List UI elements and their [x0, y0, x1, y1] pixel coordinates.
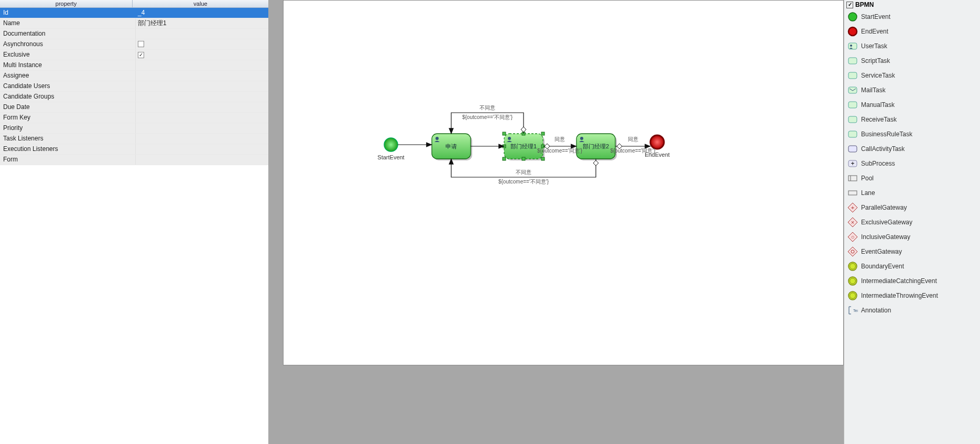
property-value[interactable]: 部门经理1	[136, 18, 268, 28]
property-value[interactable]: _4	[136, 8, 268, 18]
property-value[interactable]	[136, 39, 268, 49]
palette-item[interactable]: ×ExclusiveGateway	[844, 215, 980, 230]
palette-item-label: Lane	[861, 189, 875, 197]
col-property: property	[0, 0, 133, 7]
property-value[interactable]	[136, 144, 268, 154]
diagram-paper[interactable]: StartEventEndEvent申请部门经理1部门经理2同意${outcom…	[283, 0, 844, 365]
inclusive-gateway-icon: ○	[847, 232, 858, 242]
checkbox[interactable]: ✓	[138, 52, 144, 58]
svg-rect-13	[848, 146, 857, 152]
palette-item-label: IntermediateThrowingEvent	[861, 292, 938, 299]
palette-checkbox[interactable]: ✓	[846, 2, 853, 8]
palette-item[interactable]: ○InclusiveGateway	[844, 230, 980, 244]
property-value[interactable]	[136, 102, 268, 112]
svg-text:Text: Text	[853, 309, 858, 312]
property-value[interactable]	[136, 92, 268, 102]
palette-item-label: EndEvent	[861, 28, 888, 35]
selection-handle[interactable]	[503, 132, 506, 135]
property-row[interactable]: Execution Listeners	[0, 144, 268, 155]
palette-item[interactable]: Lane	[844, 186, 980, 200]
property-value[interactable]	[136, 113, 268, 123]
property-value[interactable]	[136, 81, 268, 91]
lane-icon	[847, 188, 858, 198]
script-task-icon	[847, 56, 858, 66]
condition-diamond-icon	[593, 160, 598, 166]
property-row[interactable]: Task Listeners	[0, 134, 268, 144]
selection-handle[interactable]	[522, 157, 525, 160]
user-task-icon	[847, 41, 858, 51]
palette-item[interactable]: ManualTask	[844, 98, 980, 112]
property-row[interactable]: Form Key	[0, 113, 268, 123]
property-row[interactable]: Asynchronous	[0, 39, 268, 50]
palette-item[interactable]: CallActivityTask	[844, 142, 980, 156]
palette-item[interactable]: UserTask	[844, 39, 980, 53]
property-row[interactable]: Due Date	[0, 102, 268, 113]
palette-item-label: EventGateway	[861, 248, 902, 255]
flow-condition: ${outcome=='同意'}	[610, 148, 656, 154]
property-key: Due Date	[0, 102, 136, 112]
property-row[interactable]: Candidate Groups	[0, 92, 268, 102]
property-key: Execution Listeners	[0, 144, 136, 154]
checkbox[interactable]	[138, 41, 144, 47]
palette-item[interactable]: StartEvent	[844, 9, 980, 24]
selection-handle[interactable]	[541, 132, 545, 135]
svg-point-6	[850, 45, 852, 47]
property-key: Multi Instance	[0, 60, 136, 70]
property-row[interactable]: Exclusive✓	[0, 50, 268, 60]
diagram-canvas-area: StartEventEndEvent申请部门经理1部门经理2同意${outcom…	[268, 0, 844, 444]
palette-item[interactable]: TextAnnotation	[844, 303, 980, 318]
property-value[interactable]	[136, 155, 268, 165]
palette-item[interactable]: EventGateway	[844, 244, 980, 259]
start-event-node[interactable]	[384, 138, 398, 151]
palette-item[interactable]: ScriptTask	[844, 53, 980, 68]
property-key: Candidate Groups	[0, 92, 136, 102]
selection-handle[interactable]	[503, 157, 506, 160]
palette-item-label: InclusiveGateway	[861, 233, 910, 241]
palette-item[interactable]: +SubProcess	[844, 156, 980, 171]
svg-text:+: +	[851, 160, 854, 167]
property-row[interactable]: Assignee	[0, 71, 268, 81]
palette-item[interactable]: BoundaryEvent	[844, 259, 980, 274]
palette-header[interactable]: ✓ BPMN	[844, 0, 980, 9]
property-value[interactable]	[136, 29, 268, 39]
palette-item[interactable]: +ParallelGateway	[844, 200, 980, 215]
property-key: Assignee	[0, 71, 136, 81]
palette-item[interactable]: IntermediateCatchingEvent	[844, 274, 980, 288]
property-value[interactable]: ✓	[136, 50, 268, 60]
palette-item[interactable]: EndEvent	[844, 24, 980, 39]
svg-text:○: ○	[851, 234, 855, 240]
property-value[interactable]	[136, 60, 268, 70]
property-value[interactable]	[136, 71, 268, 81]
property-key: Exclusive	[0, 50, 136, 60]
selection-handle[interactable]	[541, 157, 545, 160]
property-row[interactable]: Id_4	[0, 8, 268, 18]
property-key: Asynchronous	[0, 39, 136, 49]
bpmn-diagram[interactable]: StartEventEndEvent申请部门经理1部门经理2同意${outcom…	[284, 1, 844, 367]
condition-diamond-icon	[521, 127, 526, 132]
palette-item-label: Pool	[861, 175, 874, 182]
property-row[interactable]: Priority	[0, 123, 268, 134]
property-row[interactable]: Documentation	[0, 29, 268, 39]
property-row[interactable]: Multi Instance	[0, 60, 268, 71]
call-activity-task-icon	[847, 144, 858, 154]
property-value[interactable]	[136, 123, 268, 133]
palette-item[interactable]: ReceiveTask	[844, 112, 980, 127]
palette-item[interactable]: BusinessRuleTask	[844, 127, 980, 142]
palette-item[interactable]: ServiceTask	[844, 68, 980, 83]
exclusive-gateway-icon: ×	[847, 217, 858, 228]
palette-item[interactable]: Pool	[844, 171, 980, 186]
property-row[interactable]: Form	[0, 155, 268, 165]
property-row[interactable]: Candidate Users	[0, 81, 268, 92]
property-row[interactable]: Name部门经理1	[0, 18, 268, 29]
palette-item-label: ReceiveTask	[861, 116, 897, 123]
mail-task-icon	[847, 85, 858, 95]
palette-item-label: ScriptTask	[861, 57, 890, 64]
property-value[interactable]	[136, 134, 268, 144]
property-key: Id	[0, 8, 136, 18]
boundary-event-icon	[847, 261, 858, 272]
end-event-node[interactable]	[650, 135, 664, 149]
palette-item-label: BoundaryEvent	[861, 263, 904, 270]
palette-item[interactable]: IntermediateThrowingEvent	[844, 288, 980, 303]
palette-item-label: SubProcess	[861, 160, 895, 167]
palette-item[interactable]: MailTask	[844, 83, 980, 98]
